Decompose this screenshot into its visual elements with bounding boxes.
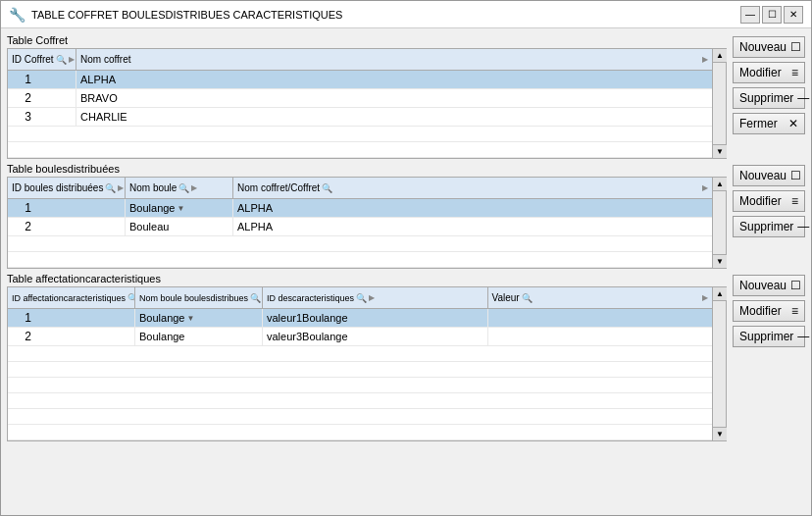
affect-scrollbar[interactable]: ▲ ▼ xyxy=(712,287,726,440)
boules-col-id: ID boules distribuées 🔍 ▶ xyxy=(8,178,126,198)
boules-nom-search-icon[interactable]: 🔍 xyxy=(178,183,189,193)
coffret-fermer-button[interactable]: Fermer ✕ xyxy=(733,113,805,134)
boules-row1-id: 1 xyxy=(8,199,126,217)
table-row[interactable]: 1 Boulange ▼ ALPHA xyxy=(8,199,712,218)
coffret-nouveau-label: Nouveau xyxy=(739,40,787,54)
boules-row1-dropdown[interactable]: ▼ xyxy=(178,204,185,213)
scroll-down-arrow[interactable]: ▼ xyxy=(713,144,727,158)
coffret-sort-icon: ▶ xyxy=(69,55,75,64)
affect-row1-nomboule: Boulange ▼ xyxy=(135,309,263,327)
scroll-up-arrow[interactable]: ▲ xyxy=(713,287,727,301)
table-row-empty xyxy=(8,425,712,440)
close-button[interactable]: ✕ xyxy=(784,6,803,24)
scroll-track[interactable] xyxy=(713,301,726,427)
scroll-track[interactable] xyxy=(713,63,726,144)
boules-col-coffret-label: Nom coffret/Coffret xyxy=(237,182,320,193)
boules-coffret-search-icon[interactable]: 🔍 xyxy=(322,183,332,193)
coffret-col-id: ID Coffret 🔍 ▶ xyxy=(8,49,76,70)
boules-col-nom-label: Nom boule xyxy=(129,182,177,193)
affect-col-nomboule: Nom boule boulesdistribues 🔍 ▶ xyxy=(135,287,263,308)
nouveau-icon: ☐ xyxy=(790,279,801,292)
scroll-track[interactable] xyxy=(713,191,726,254)
boules-scrollbar[interactable]: ▲ ▼ xyxy=(712,178,726,268)
boules-col-nom: Nom boule 🔍 ▶ xyxy=(126,178,233,198)
affect-row2-valeur xyxy=(488,328,713,345)
boules-table-inner: ID boules distribuées 🔍 ▶ Nom boule 🔍 ▶ xyxy=(8,178,712,268)
table-row[interactable]: 2 Bouleau ALPHA xyxy=(8,218,712,236)
coffret-table-body: 1 ALPHA 2 BRAVO xyxy=(8,71,712,158)
coffret-modifier-button[interactable]: Modifier ≡ xyxy=(733,62,805,83)
affect-col-valeur: Valeur 🔍 ▶ xyxy=(488,287,713,308)
affect-row1-dropdown[interactable]: ▼ xyxy=(187,314,195,323)
coffret-supprimer-label: Supprimer xyxy=(739,91,793,105)
scroll-down-arrow[interactable]: ▼ xyxy=(713,254,727,268)
coffret-supprimer-button[interactable]: Supprimer — xyxy=(733,87,805,109)
table-row-empty xyxy=(8,346,712,362)
boules-supprimer-button[interactable]: Supprimer — xyxy=(733,216,805,237)
affect-valeur-search-icon[interactable]: 🔍 xyxy=(522,293,533,303)
boules-id-search-icon[interactable]: 🔍 xyxy=(105,183,116,193)
affect-col-idcarac: ID descaracteristiques 🔍 ▶ xyxy=(263,287,488,308)
affect-id-search-icon[interactable]: 🔍 xyxy=(127,293,135,303)
coffret-scrollbar[interactable]: ▲ ▼ xyxy=(712,49,726,158)
affect-idcarac-search-icon[interactable]: 🔍 xyxy=(356,293,367,303)
boules-nouveau-button[interactable]: Nouveau ☐ xyxy=(733,165,805,186)
nouveau-icon: ☐ xyxy=(790,169,801,182)
scroll-down-arrow[interactable]: ▼ xyxy=(713,427,727,440)
table-row-empty xyxy=(8,142,712,158)
boules-col-id-label: ID boules distribuées xyxy=(12,182,103,193)
modifier-icon: ≡ xyxy=(791,304,798,318)
table-row[interactable]: 1 ALPHA xyxy=(8,71,712,89)
table-row-empty xyxy=(8,409,712,425)
title-bar: 🔧 TABLE COFFRET BOULESDISTRIBUES CARACTE… xyxy=(1,1,811,28)
coffret-buttons: Nouveau ☐ Modifier ≡ Supprimer — Ferme xyxy=(727,34,805,134)
boules-id-sort-icon: ▶ xyxy=(118,183,124,192)
tables-area: Table Coffret ID Coffret 🔍 ▶ xyxy=(7,34,805,509)
affect-table-inner: ID affectationcaracteristiques 🔍 ▶ Nom b… xyxy=(8,287,712,440)
coffret-search-icon[interactable]: 🔍 xyxy=(56,55,67,65)
title-icon: 🔧 xyxy=(9,7,25,23)
coffret-table-inner: ID Coffret 🔍 ▶ Nom coffret ▶ xyxy=(8,49,712,158)
coffret-row3-id: 3 xyxy=(8,108,76,126)
boules-modifier-button[interactable]: Modifier ≡ xyxy=(733,190,805,212)
affect-nouveau-button[interactable]: Nouveau ☐ xyxy=(733,275,805,296)
boules-table: ID boules distribuées 🔍 ▶ Nom boule 🔍 ▶ xyxy=(7,177,727,269)
table-row-empty xyxy=(8,236,712,252)
table-row-empty xyxy=(8,378,712,393)
table-row-empty xyxy=(8,362,712,378)
table-row-empty xyxy=(8,393,712,409)
affect-col-nomboule-label: Nom boule boulesdistribues xyxy=(139,293,248,303)
coffret-row3-nom: CHARLIE xyxy=(76,108,712,126)
affect-table-body: 1 Boulange ▼ valeur1Boulange xyxy=(8,309,712,440)
coffret-row2-id: 2 xyxy=(8,89,76,107)
affect-modifier-label: Modifier xyxy=(739,304,782,318)
coffret-table-header: ID Coffret 🔍 ▶ Nom coffret ▶ xyxy=(8,49,712,71)
boules-row2-nom: Bouleau xyxy=(126,218,233,235)
table-row[interactable]: 2 Boulange valeur3Boulange xyxy=(8,328,712,346)
scroll-up-arrow[interactable]: ▲ xyxy=(713,49,727,63)
affect-table-header: ID affectationcaracteristiques 🔍 ▶ Nom b… xyxy=(8,287,712,309)
affect-row1-idcarac: valeur1Boulange xyxy=(263,309,488,327)
maximize-button[interactable]: ☐ xyxy=(762,6,782,24)
affect-modifier-button[interactable]: Modifier ≡ xyxy=(733,300,805,322)
window-controls: — ☐ ✕ xyxy=(740,6,803,24)
minimize-button[interactable]: — xyxy=(740,6,760,24)
affect-supprimer-button[interactable]: Supprimer — xyxy=(733,326,805,347)
affect-supprimer-label: Supprimer xyxy=(739,330,793,343)
boules-nouveau-label: Nouveau xyxy=(739,169,787,182)
coffret-col-nom: Nom coffret ▶ xyxy=(76,49,712,70)
affect-col-idcarac-label: ID descaracteristiques xyxy=(267,293,354,303)
coffret-nouveau-button[interactable]: Nouveau ☐ xyxy=(733,36,805,58)
supprimer-icon: — xyxy=(797,91,809,105)
table-row[interactable]: 2 BRAVO xyxy=(8,89,712,108)
affect-col-id-label: ID affectationcaracteristiques xyxy=(12,293,126,303)
affect-col-id: ID affectationcaracteristiques 🔍 ▶ xyxy=(8,287,135,308)
affect-nomboule-search-icon[interactable]: 🔍 xyxy=(250,293,261,303)
title-text: TABLE COFFRET BOULESDISTRIBUES CARACTERI… xyxy=(31,9,735,21)
table-row[interactable]: 1 Boulange ▼ valeur1Boulange xyxy=(8,309,712,328)
coffret-label: Table Coffret xyxy=(7,34,727,46)
boules-row1-nom: Boulange ▼ xyxy=(126,199,233,217)
boules-buttons: Nouveau ☐ Modifier ≡ Supprimer — xyxy=(727,163,805,237)
table-row[interactable]: 3 CHARLIE xyxy=(8,108,712,127)
scroll-up-arrow[interactable]: ▲ xyxy=(713,178,727,191)
